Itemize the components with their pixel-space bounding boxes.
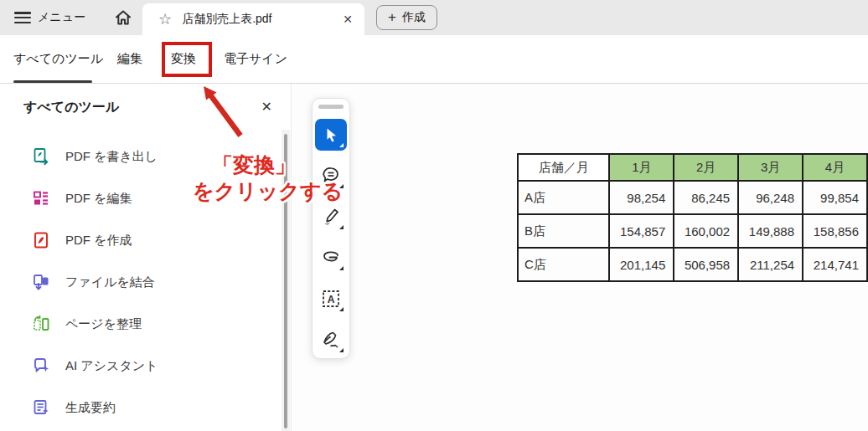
svg-text:A: A [328,294,335,305]
header-store-month: 店舗／月 [518,154,609,181]
store-name: C店 [518,248,609,281]
header-mar: 3月 [738,154,803,181]
sidebar-item-edit-pdf[interactable]: PDF を編集 [0,177,282,219]
edit-pdf-icon [32,189,50,208]
lasso-tool-button[interactable] [315,242,347,274]
table-row: A店 98,254 86,245 96,248 99,854 [518,181,867,214]
tab-esign[interactable]: 電子サイン [224,35,287,83]
combine-files-icon [32,273,50,291]
cell-value: 86,245 [674,181,738,214]
cell-value: 96,248 [738,181,803,214]
add-text-tool-button[interactable]: A [315,283,347,315]
top-bar: メニュー ☆ 店舗別売上表.pdf ✕ + 作成 [0,0,868,35]
tab-convert[interactable]: 変換 [171,35,196,83]
tab-title: 店舗別売上表.pdf [182,12,343,27]
sidebar-item-label: PDF を作成 [65,233,132,249]
tab-edit[interactable]: 編集 [117,35,142,83]
sidebar-item-combine-files[interactable]: ファイルを結合 [0,261,282,303]
quick-tools-panel: A [312,98,350,359]
panel-title: すべてのツール [23,99,119,116]
sidebar-scrollbar-thumb[interactable] [284,134,287,428]
draw-tool-button[interactable] [315,201,347,233]
cell-value: 99,854 [803,181,867,214]
header-feb: 2月 [674,154,738,181]
sidebar-item-generative-summary[interactable]: 生成要約 [0,387,282,428]
cell-value: 211,254 [738,248,803,281]
submenu-corner-icon [339,143,344,147]
tools-list: PDF を書き出し PDF を編集 [0,136,282,428]
sidebar-item-label: ページを整理 [65,316,142,332]
sidebar-item-organize-pages[interactable]: ページを整理 [0,303,282,345]
sidebar-item-label: ファイルを結合 [65,275,155,290]
submenu-corner-icon [339,307,344,311]
sidebar-item-label: 生成要約 [65,400,116,416]
cell-value: 149,888 [738,214,803,248]
comment-tool-button[interactable] [315,160,347,192]
cell-value: 98,254 [609,181,674,214]
all-tools-panel: すべてのツール ✕ PDF を書き出し [0,84,292,431]
cell-value: 214,741 [803,248,867,281]
create-button[interactable]: + 作成 [376,5,437,30]
ribbon-bar: すべてのツール 編集 変換 電子サイン [0,35,868,84]
generative-summary-icon [32,398,50,417]
submenu-corner-icon [339,184,344,188]
sign-tool-button[interactable] [315,324,347,356]
create-pdf-icon [32,231,50,249]
panel-close-icon[interactable]: ✕ [261,99,272,115]
cell-value: 506,958 [674,248,738,281]
drag-handle[interactable] [318,105,344,109]
sidebar-item-label: AI アシスタント [65,358,158,374]
export-pdf-icon [32,147,50,166]
submenu-corner-icon [339,266,344,270]
organize-pages-icon [32,315,50,333]
plus-icon: + [388,9,396,26]
sidebar-scrollbar[interactable] [282,130,290,431]
sidebar-item-create-pdf[interactable]: PDF を作成 [0,219,282,261]
sales-table: 店舗／月 1月 2月 3月 4月 A店 98,254 86,245 96,248… [517,153,868,282]
home-icon [113,8,133,28]
acrobat-window: メニュー ☆ 店舗別売上表.pdf ✕ + 作成 すべてのツール 編集 変換 電… [0,0,868,431]
active-tab-underline [13,80,92,83]
sidebar-item-export-pdf[interactable]: PDF を書き出し [0,136,282,177]
document-viewer: A 店舗／月 1月 2月 [292,84,868,431]
submenu-corner-icon [339,348,344,352]
cell-value: 154,857 [609,214,674,248]
menu-button[interactable]: メニュー [38,10,85,25]
document-tab[interactable]: ☆ 店舗別売上表.pdf ✕ [142,3,364,35]
cell-value: 160,002 [674,214,738,248]
submenu-corner-icon [339,225,344,229]
table-row: B店 154,857 160,002 149,888 158,856 [518,214,867,248]
header-jan: 1月 [609,154,674,181]
cell-value: 201,145 [609,248,674,281]
select-tool-button[interactable] [315,119,347,151]
sidebar-item-ai-assistant[interactable]: AI アシスタント [0,345,282,387]
sidebar-item-label: PDF を編集 [65,191,132,207]
store-name: A店 [518,181,609,214]
table-header-row: 店舗／月 1月 2月 3月 4月 [518,154,867,181]
store-name: B店 [518,214,609,248]
hamburger-menu-icon[interactable] [14,12,31,23]
tab-close-icon[interactable]: ✕ [343,13,353,26]
tab-all-tools[interactable]: すべてのツール [13,35,103,83]
table-row: C店 201,145 506,958 211,254 214,741 [518,248,867,281]
star-icon[interactable]: ☆ [158,10,172,28]
ai-assistant-icon [32,357,50,375]
select-arrow-icon [321,125,341,145]
create-button-label: 作成 [402,10,426,25]
content-area: すべてのツール ✕ PDF を書き出し [0,84,868,431]
sidebar-item-label: PDF を書き出し [65,149,158,165]
home-button[interactable] [111,5,136,30]
cell-value: 158,856 [803,214,867,248]
header-apr: 4月 [803,154,867,181]
